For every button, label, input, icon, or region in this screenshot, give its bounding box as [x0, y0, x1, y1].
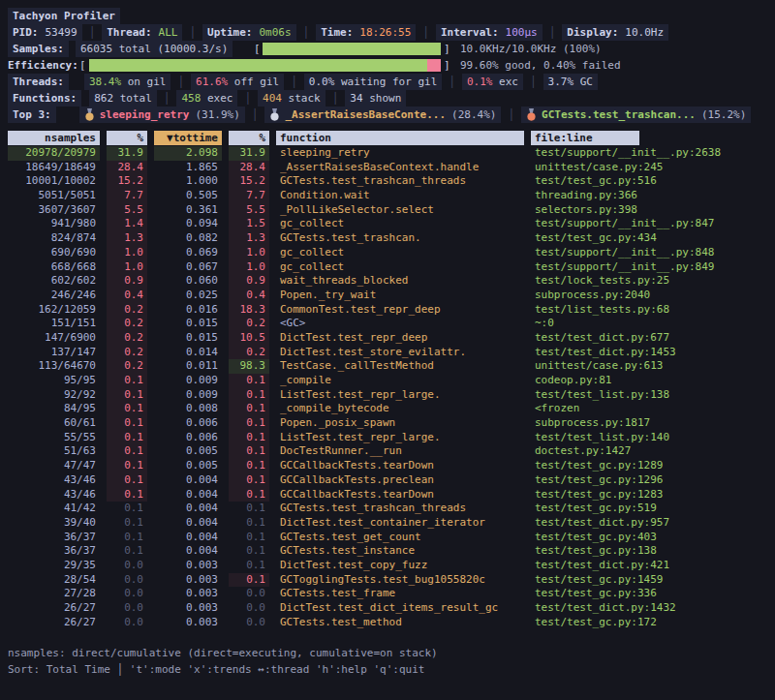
pct-cumulative-cell: 0.1 [229, 388, 269, 403]
table-row[interactable]: 26/270.00.0030.0DictTest.test_dict_items… [8, 601, 775, 616]
table-row[interactable]: 137/1470.20.0140.2DictTest.test_store_ev… [8, 346, 775, 360]
table-row[interactable]: 39/400.10.0040.1DictTest.test_container_… [8, 516, 775, 531]
divider: │ [189, 24, 196, 41]
table-row[interactable]: 36/370.10.0040.1GCTests.test_instancetes… [8, 544, 775, 559]
table-row[interactable]: 246/2460.40.0250.4Popen._try_waitsubproc… [8, 289, 775, 303]
table-row[interactable]: 668/6681.00.0671.0gc_collecttest/support… [8, 260, 775, 275]
table-row[interactable]: 28/540.00.0030.1GCTogglingTests.test_bug… [8, 573, 775, 588]
nsamples-cell: 29/35 [8, 559, 100, 573]
efficiency-bar-open: [ [79, 57, 86, 74]
table-row[interactable]: 47/470.10.0050.1GCCallbackTests.tearDown… [8, 459, 775, 473]
divider: │ [549, 24, 556, 41]
fileline-cell: test/test_gc.py:1296 [531, 473, 765, 488]
top3-name-3: GCTests.test_trashcan... [542, 107, 696, 123]
tottime-cell: 0.004 [154, 544, 222, 559]
pct-cumulative-cell: 0.2 [229, 346, 269, 360]
table-row[interactable]: 26/270.00.0030.0GCTests.test_methodtest/… [8, 616, 775, 630]
table-row[interactable]: 824/8741.30.0821.3GCTests.test_trashcan.… [8, 231, 775, 246]
function-cell: GCTests.test_frame [276, 587, 524, 601]
pct-direct-cell: 1.3 [107, 231, 147, 246]
title-line: Tachyon Profiler [8, 8, 775, 24]
tottime-cell: 2.098 [154, 146, 222, 161]
table-row[interactable]: 151/1510.20.0150.2<GC>~:0 [8, 317, 775, 331]
tottime-cell: 0.016 [154, 303, 222, 318]
top3-item-2[interactable]: _AssertRaisesBaseConte... (28.4%) [264, 107, 501, 123]
table-row[interactable]: 10001/1000215.21.00015.2GCTests.test_tra… [8, 174, 775, 189]
time-value: 18:26:55 [359, 24, 411, 41]
exc-label: exc [499, 74, 518, 90]
function-cell: DictTest.test_dict_items_result_gc [276, 601, 524, 616]
pct-cumulative-cell: 0.4 [229, 289, 269, 303]
table-row[interactable]: 20978/2097931.92.09831.9sleeping_retryte… [8, 146, 775, 161]
efficiency-label: Efficiency: [8, 57, 78, 74]
column-header-pct-direct[interactable]: % [107, 131, 147, 145]
table-row[interactable]: 113/646700.20.01198.3TestCase._callTestM… [8, 359, 775, 374]
pct-direct-cell: 0.1 [107, 531, 147, 545]
pct-cumulative-cell: 28.4 [229, 161, 269, 175]
column-header-nsamples[interactable]: nsamples [8, 131, 100, 145]
table-row[interactable]: 162/120590.20.01618.3CommonTest.test_rep… [8, 303, 775, 318]
function-cell: GCTests.test_trashcan_threads [276, 502, 524, 516]
tottime-cell: 0.361 [154, 203, 222, 218]
column-header-fileline[interactable]: file:line [531, 131, 639, 145]
table-row[interactable]: 147/69000.20.01510.5DictTest.test_repr_d… [8, 331, 775, 346]
table-row[interactable]: 60/610.10.0060.1Popen._posix_spawnsubpro… [8, 416, 775, 431]
samples-line: Samples: 66035 total (10000.3/s) [ ] 10.… [8, 41, 775, 57]
table-row[interactable]: 51/630.10.0050.1DocTestRunner.__rundocte… [8, 444, 775, 459]
off-gil-label: off gil [234, 74, 279, 90]
table-row[interactable]: 92/920.10.0090.1ListTest.test_repr_large… [8, 388, 775, 403]
pct-cumulative-cell: 0.0 [229, 587, 269, 601]
thread-group[interactable]: Thread:ALL [102, 24, 182, 41]
table-row[interactable]: 690/6901.00.0691.0gc_collecttest/support… [8, 246, 775, 260]
table-row[interactable]: 602/6020.90.0600.9wait_threads_blockedte… [8, 274, 775, 289]
table-row[interactable]: 18649/1864928.41.86528.4_AssertRaisesBas… [8, 161, 775, 175]
table-row[interactable]: 27/280.00.0030.0GCTests.test_frametest/t… [8, 587, 775, 601]
table-row[interactable]: 5051/50517.70.5057.7Condition.waitthread… [8, 189, 775, 203]
shown-count: 34 [350, 90, 362, 107]
top3-item-1[interactable]: sleeping_retry (31.9%) [79, 107, 245, 123]
table-row[interactable]: 36/370.10.0040.1GCTests.test_get_countte… [8, 531, 775, 545]
table-row[interactable]: 41/420.10.0040.1GCTests.test_trashcan_th… [8, 502, 775, 516]
table-row[interactable]: 43/460.10.0040.1GCCallbackTests.preclean… [8, 473, 775, 488]
efficiency-bar [89, 59, 441, 72]
bronze-medal-icon [526, 108, 537, 121]
samples-bar-close: ] [444, 41, 450, 57]
display-value: 10.0Hz [625, 24, 664, 41]
table-row[interactable]: 95/950.10.0090.1_compilecodeop.py:81 [8, 374, 775, 388]
nsamples-cell: 36/37 [8, 544, 100, 559]
pct-direct-cell: 0.1 [107, 544, 147, 559]
exc-value: 0.1% [467, 74, 493, 90]
pct-direct-cell: 0.1 [107, 431, 147, 445]
table-row[interactable]: 43/460.10.0040.1GCCallbackTests.tearDown… [8, 488, 775, 502]
divider: │ [177, 74, 184, 90]
pct-cumulative-cell: 0.1 [229, 559, 269, 573]
tottime-cell: 0.009 [154, 388, 222, 403]
uptime-value: 0m06s [259, 24, 291, 41]
nsamples-cell: 18649/18649 [8, 161, 100, 175]
table-row[interactable]: 84/950.10.0080.1_compile_bytecode<frozen… [8, 402, 775, 416]
samples-rate-text: 10.0KHz/10.0KHz (100%) [460, 41, 602, 57]
threads-on-gil: 38.4% on gil [84, 74, 171, 90]
pid-group: PID:53499 [8, 24, 82, 41]
column-header-pct-cumulative[interactable]: % [229, 131, 269, 145]
tottime-cell: 1.000 [154, 174, 222, 189]
top3-item-3[interactable]: GCTests.test_trashcan... (15.2%) [521, 107, 751, 123]
pid-value: 53499 [46, 24, 78, 41]
table-row[interactable]: 3607/36075.50.3615.5_PollLikeSelector.se… [8, 203, 775, 218]
thread-value: ALL [159, 24, 178, 41]
function-cell: Popen._try_wait [276, 289, 524, 303]
divider: │ [303, 24, 310, 41]
table-row[interactable]: 941/9801.40.0941.5gc_collecttest/support… [8, 217, 775, 231]
table-row[interactable]: 55/550.10.0060.1ListTest.test_repr_large… [8, 431, 775, 445]
fileline-cell: test/test_gc.py:172 [531, 616, 765, 630]
pct-direct-cell: 7.7 [107, 189, 147, 203]
pct-direct-cell: 28.4 [107, 161, 147, 175]
fileline-cell: ~:0 [531, 317, 765, 331]
column-header-tottime-sorted[interactable]: ▼tottime [154, 131, 222, 145]
pct-cumulative-cell: 0.1 [229, 459, 269, 473]
fileline-cell: unittest/case.py:245 [531, 161, 765, 175]
column-header-function[interactable]: function [276, 131, 524, 145]
pct-cumulative-cell: 0.1 [229, 516, 269, 531]
functions-label: Functions: [8, 90, 81, 107]
table-row[interactable]: 29/350.00.0030.1DictTest.test_copy_fuzzt… [8, 559, 775, 573]
